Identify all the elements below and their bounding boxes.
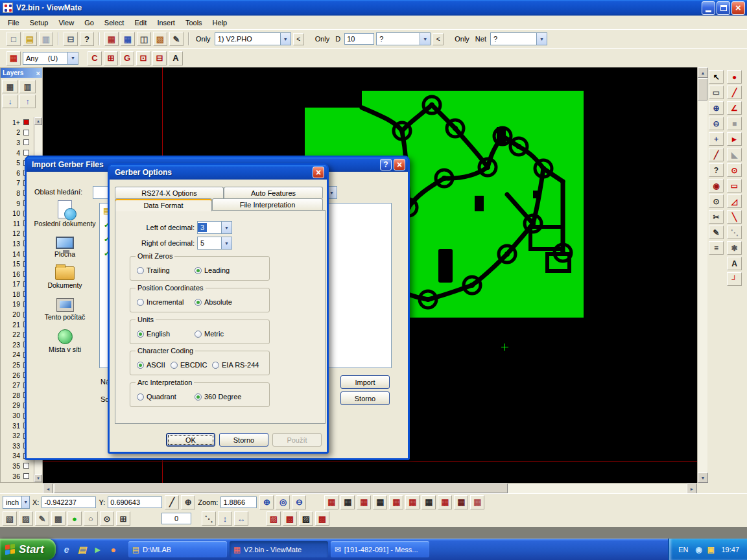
view-film-icon-3[interactable]: ▦ (357, 495, 371, 509)
zoom-out-icon[interactable]: ⊖ (709, 117, 724, 130)
zoom-in-icon[interactable]: ⊕ (709, 101, 724, 115)
layers-table-icon[interactable]: ▦ (2, 80, 18, 93)
insert-trace-icon[interactable]: ╱ (727, 86, 742, 99)
pattern-toggle-icon-4[interactable]: ▩ (315, 511, 329, 526)
view-film-icon-10[interactable]: ▦ (470, 495, 484, 509)
select-window-icon[interactable]: ▭ (709, 86, 724, 99)
dot-grid-icon[interactable]: ⋱ (202, 511, 216, 526)
compare-layers-icon[interactable]: ▨ (153, 32, 167, 46)
insert-polygon-icon[interactable]: ◣ (727, 148, 742, 161)
pan-mode-icon[interactable]: ↔ (234, 511, 248, 526)
insert-polyline-icon[interactable]: ∠ (727, 101, 742, 115)
layer-color-chip[interactable] (23, 150, 29, 156)
dropdown-arrow-icon[interactable] (280, 33, 290, 45)
insert-corner-icon[interactable]: ┘ (727, 272, 742, 286)
cancel-button[interactable]: Storno (340, 391, 390, 405)
view-film-icon-9[interactable]: ▦ (454, 495, 468, 509)
taskbar-button[interactable]: ▦V2.bin - ViewMate (230, 541, 328, 557)
print-icon[interactable]: ⊟ (64, 32, 78, 46)
radio-leading[interactable]: Leading (195, 266, 269, 274)
language-indicator[interactable]: EN (678, 546, 688, 554)
cancel-button[interactable]: Storno (219, 433, 268, 447)
insert-line-icon[interactable]: ╲ (727, 210, 742, 224)
layer-color-chip[interactable] (23, 130, 29, 135)
insert-circle-icon[interactable]: ⊙ (727, 163, 742, 177)
zoom-field[interactable]: 1.8866 (220, 496, 257, 508)
start-button[interactable]: Start (0, 539, 56, 560)
tray-update-icon[interactable]: ▣ (706, 544, 716, 555)
import-button[interactable]: Import (340, 375, 390, 389)
internet-explorer-icon[interactable]: e (61, 543, 73, 556)
probe-icon[interactable]: ○ (84, 511, 98, 526)
zoom-in-icon[interactable]: ⊕ (259, 495, 274, 509)
pair-aperture-icon[interactable]: ⊟ (152, 51, 167, 65)
dropdown-arrow-icon[interactable] (67, 52, 78, 64)
dropdown-arrow-icon[interactable] (420, 33, 430, 45)
pattern-toggle-icon-3[interactable]: ▨ (299, 511, 313, 526)
view-film-icon-2[interactable]: ▦ (340, 495, 355, 509)
insert-dots-icon[interactable]: ⋱ (727, 226, 742, 239)
horizontal-scrollbar[interactable] (43, 483, 697, 493)
layer-swatch-icon[interactable]: ▦ (6, 51, 21, 65)
anchor-mode-icon[interactable]: ↕ (218, 511, 232, 526)
only-dcode-toggle[interactable]: Only (313, 35, 332, 43)
layer-down-icon[interactable]: ↓ (2, 95, 18, 108)
layer-color-chip[interactable] (23, 119, 29, 125)
aperture-table-icon[interactable]: ▦ (104, 32, 119, 46)
grid-toggle-icon[interactable]: ⊞ (116, 511, 130, 526)
view-film-icon-5[interactable]: ▦ (389, 495, 403, 509)
mask-mode-icon[interactable]: ▨ (19, 511, 33, 526)
gerber-dialog-title-bar[interactable]: Gerber Options (110, 165, 327, 180)
taskbar-button[interactable]: ▤D:\MLAB (128, 541, 227, 557)
scroll-up-icon[interactable] (34, 117, 42, 125)
place-network-places[interactable]: Místa v síti (33, 329, 97, 354)
help-icon[interactable] (380, 159, 392, 170)
menu-go[interactable]: Go (79, 18, 99, 28)
dcode-field[interactable]: 10 (344, 33, 374, 45)
insert-arrow-icon[interactable]: ► (727, 132, 742, 146)
select-mode-icon[interactable]: ▧ (3, 511, 17, 526)
radio-360-degree[interactable]: 360 Degree (195, 393, 269, 401)
scroll-down-icon[interactable] (698, 472, 708, 483)
tab-auto-features[interactable]: Auto Features (224, 187, 323, 198)
layer-row-35[interactable]: 35 (1, 461, 34, 471)
scroll-right-icon[interactable] (687, 484, 697, 494)
layer-color-chip[interactable] (23, 463, 29, 469)
menu-tools[interactable]: Tools (180, 18, 208, 28)
pattern-toggle-icon-1[interactable]: ▨ (267, 511, 281, 526)
layers-panel-header[interactable]: Layers (1, 68, 42, 78)
highlight-mode-icon[interactable]: ▩ (51, 511, 65, 526)
layer-color-chip[interactable] (23, 473, 29, 479)
edit-icon[interactable]: ✎ (709, 226, 724, 239)
layer-row-1+[interactable]: 1+ (1, 117, 34, 128)
view-film-icon-7[interactable]: ▦ (421, 495, 436, 509)
dropdown-arrow-icon[interactable] (21, 496, 29, 508)
previous-layer-button[interactable]: < (293, 33, 304, 45)
vertical-scrollbar[interactable] (697, 67, 707, 483)
gerber-aperture-icon[interactable]: G (120, 51, 134, 65)
pattern-toggle-icon-2[interactable]: ▩ (283, 511, 297, 526)
radio-ascii[interactable]: ASCII (137, 361, 171, 369)
dropdown-arrow-icon[interactable] (536, 33, 547, 45)
taskbar-button[interactable]: ✉[191-482-091] - Mess... (331, 541, 429, 557)
only-layer-toggle[interactable]: Only (194, 35, 213, 43)
save-icon[interactable]: ▥ (39, 32, 53, 46)
net-combo[interactable]: ? (490, 32, 547, 45)
layer-row-3[interactable]: 3 (1, 137, 34, 148)
layer-row-36[interactable]: 36 (1, 471, 34, 482)
context-help-icon[interactable]: ? (80, 32, 94, 46)
place-desktop[interactable]: Plocha (33, 237, 97, 259)
radio-quadrant[interactable]: Quadrant (137, 393, 195, 401)
place-recent-documents[interactable]: Poslední dokumenty (33, 200, 97, 228)
pointer-icon[interactable]: ↖ (709, 70, 724, 84)
close-icon[interactable] (36, 69, 40, 77)
aperture-filter-combo[interactable]: Any (U) (23, 52, 78, 65)
layer-row-2[interactable]: 2 (1, 128, 34, 138)
insert-rectangle-icon[interactable]: ■ (727, 117, 742, 130)
only-net-toggle[interactable]: Only (453, 35, 471, 43)
radio-eia-rs-244[interactable]: EIA RS-244 (212, 361, 269, 369)
menu-file[interactable]: File (3, 18, 25, 28)
insert-slot-icon[interactable]: ▭ (727, 179, 742, 192)
layers-stack-icon[interactable]: ≡ (709, 241, 724, 255)
highlight-icon[interactable]: ◉ (709, 179, 724, 192)
